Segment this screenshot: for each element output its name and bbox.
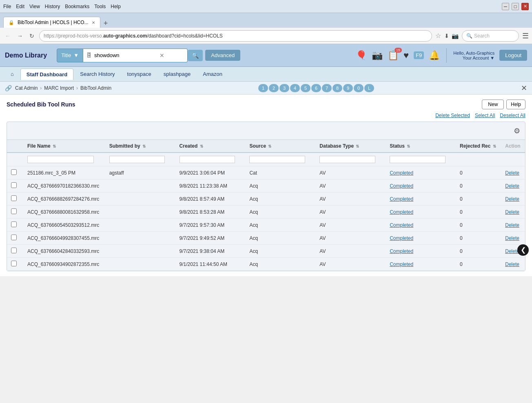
browser-tab-active[interactable]: 🔒 BibTool Admin | HCOLS | HCO... ✕: [3, 17, 100, 28]
alpha-btn-5[interactable]: 5: [301, 84, 310, 92]
status-link[interactable]: Completed: [390, 261, 413, 267]
nav-tonyspace[interactable]: tonyspace: [122, 69, 157, 80]
help-button[interactable]: Help: [506, 100, 525, 109]
status-link[interactable]: Completed: [390, 222, 413, 228]
breadcrumb-marc-import[interactable]: MARC Import: [44, 85, 74, 91]
download-icon[interactable]: ⬇: [444, 33, 449, 39]
delete-link[interactable]: Delete: [505, 261, 519, 267]
delete-link[interactable]: Delete: [505, 196, 519, 202]
settings-icon[interactable]: ⚙: [514, 126, 520, 135]
breadcrumb-cat-admin[interactable]: Cat Admin: [15, 85, 38, 91]
search-clear-button[interactable]: ✕: [160, 52, 164, 59]
heart-icon[interactable]: ♥: [403, 50, 409, 61]
tab-close-button[interactable]: ✕: [92, 20, 95, 25]
th-status[interactable]: Status ⇅: [386, 140, 456, 153]
camera-icon[interactable]: 📷: [372, 50, 383, 61]
status-link[interactable]: Completed: [390, 235, 413, 241]
row-checkbox[interactable]: [11, 195, 17, 201]
menu-history[interactable]: History: [45, 4, 60, 9]
new-tab-button[interactable]: +: [100, 19, 111, 28]
account-area[interactable]: Hello, Auto-Graphics Your Account ▼: [453, 51, 494, 60]
th-database-type[interactable]: Database Type ⇅: [315, 140, 386, 153]
delete-link[interactable]: Delete: [505, 209, 519, 215]
th-rejected-rec[interactable]: Rejected Rec ⇅: [456, 140, 501, 153]
forward-button[interactable]: →: [16, 31, 24, 41]
status-link[interactable]: Completed: [390, 248, 413, 254]
menu-file[interactable]: File: [3, 4, 11, 9]
delete-link[interactable]: Delete: [505, 183, 519, 189]
minimize-button[interactable]: ─: [502, 3, 509, 10]
nav-splashpage[interactable]: splashpage: [158, 69, 197, 80]
row-checkbox[interactable]: [11, 169, 17, 175]
th-source[interactable]: Source ⇅: [245, 140, 315, 153]
row-checkbox[interactable]: [11, 221, 17, 227]
filter-source-input[interactable]: [249, 156, 305, 163]
th-submitted-by[interactable]: Submitted by ⇅: [105, 140, 175, 153]
nav-amazon[interactable]: Amazon: [197, 69, 228, 80]
filter-submitted-input[interactable]: [109, 156, 165, 163]
row-checkbox[interactable]: [11, 235, 17, 240]
search-type-selector[interactable]: Title ▼: [57, 49, 83, 62]
back-button[interactable]: ←: [3, 31, 12, 41]
alpha-btn-4[interactable]: 4: [290, 84, 300, 92]
filter-filename-input[interactable]: [27, 156, 94, 163]
delete-selected-link[interactable]: Delete Selected: [435, 113, 470, 118]
bookmark-icon[interactable]: ☆: [435, 32, 441, 40]
breadcrumb-bibtool-admin[interactable]: BibTool Admin: [80, 85, 111, 91]
menu-bookmarks[interactable]: Bookmarks: [65, 4, 89, 9]
delete-link[interactable]: Delete: [505, 170, 519, 176]
nav-search-history[interactable]: Search History: [74, 69, 120, 80]
filter-created-input[interactable]: [180, 156, 235, 163]
filter-dbtype-input[interactable]: [319, 156, 375, 163]
search-input[interactable]: [94, 52, 160, 58]
alpha-btn-2[interactable]: 2: [269, 84, 279, 92]
bell-icon[interactable]: 🔔: [429, 50, 440, 61]
row-checkbox[interactable]: [11, 208, 17, 214]
alpha-btn-L[interactable]: L: [364, 84, 374, 92]
row-checkbox[interactable]: [11, 182, 17, 188]
th-created[interactable]: Created ⇅: [175, 140, 246, 153]
select-all-link[interactable]: Select All: [475, 113, 495, 118]
status-link[interactable]: Completed: [390, 209, 413, 215]
balloon-icon[interactable]: 🎈: [356, 50, 367, 61]
new-button[interactable]: New: [482, 100, 504, 109]
th-file-name[interactable]: File Name ⇅: [23, 140, 105, 153]
status-link[interactable]: Completed: [390, 196, 413, 202]
menu-help[interactable]: Help: [111, 4, 121, 9]
f9-icon[interactable]: F9: [414, 51, 424, 59]
search-go-button[interactable]: 🔍: [188, 50, 203, 61]
alpha-btn-9[interactable]: 9: [343, 84, 353, 92]
breadcrumb-close-button[interactable]: ✕: [521, 84, 527, 93]
row-checkbox[interactable]: [11, 261, 17, 266]
nav-staff-dashboard[interactable]: Staff Dashboard: [20, 69, 73, 80]
nav-home[interactable]: ⌂: [5, 69, 20, 80]
alpha-btn-7[interactable]: 7: [322, 84, 332, 92]
browser-search-box[interactable]: 🔍 Search: [462, 30, 519, 42]
close-button[interactable]: ✕: [521, 3, 529, 10]
logout-button[interactable]: Logout: [499, 50, 527, 61]
alpha-btn-8[interactable]: 8: [332, 84, 342, 92]
scroll-left-arrow[interactable]: ❮: [517, 244, 529, 256]
notification-count: 15: [395, 48, 402, 53]
alpha-btn-0[interactable]: 0: [354, 84, 364, 92]
advanced-search-button[interactable]: Advanced: [205, 50, 240, 61]
menu-edit[interactable]: Edit: [16, 4, 24, 9]
table-row: ACQ_637666042840332593.mrc 9/7/2021 9:38…: [7, 245, 525, 258]
status-link[interactable]: Completed: [390, 170, 413, 176]
screenshot-icon[interactable]: 📷: [452, 33, 459, 39]
refresh-button[interactable]: ↻: [28, 31, 36, 41]
menu-tools[interactable]: Tools: [94, 4, 106, 9]
delete-link[interactable]: Delete: [505, 235, 519, 241]
alpha-btn-6[interactable]: 6: [311, 84, 321, 92]
row-checkbox[interactable]: [11, 248, 17, 253]
menu-icon[interactable]: ☰: [522, 31, 529, 40]
address-bar[interactable]: https://preprod-hcols-verso.auto-graphic…: [39, 30, 432, 42]
alpha-btn-3[interactable]: 3: [279, 84, 289, 92]
maximize-button[interactable]: □: [512, 3, 519, 10]
alpha-btn-1[interactable]: 1: [258, 84, 268, 92]
delete-link[interactable]: Delete: [505, 222, 519, 228]
deselect-all-link[interactable]: Deselect All: [500, 113, 525, 118]
menu-view[interactable]: View: [29, 4, 40, 9]
status-link[interactable]: Completed: [390, 183, 413, 189]
filter-status-input[interactable]: [390, 156, 446, 163]
